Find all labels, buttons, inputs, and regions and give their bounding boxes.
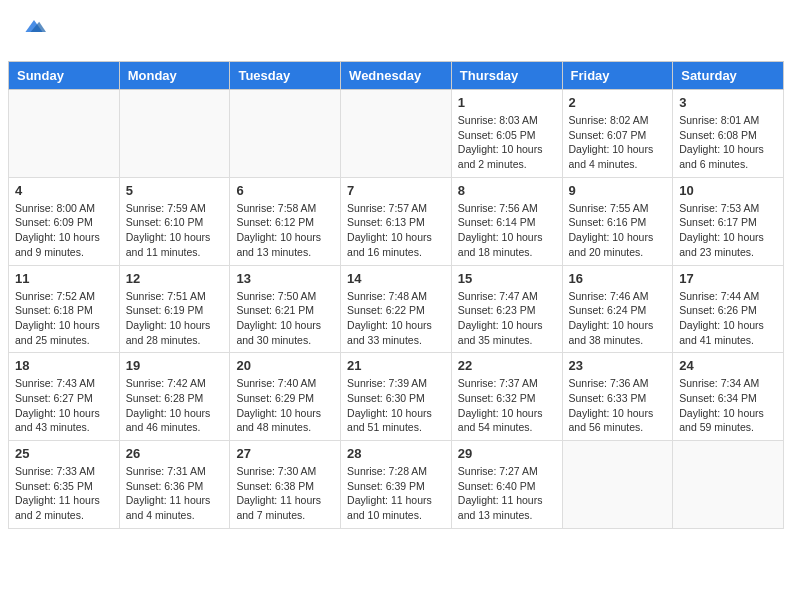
table-row [119,90,230,178]
table-row: 19Sunrise: 7:42 AM Sunset: 6:28 PM Dayli… [119,353,230,441]
day-number: 25 [15,446,113,461]
day-info: Sunrise: 7:27 AM Sunset: 6:40 PM Dayligh… [458,464,556,523]
table-row: 14Sunrise: 7:48 AM Sunset: 6:22 PM Dayli… [341,265,452,353]
day-number: 2 [569,95,667,110]
day-info: Sunrise: 7:34 AM Sunset: 6:34 PM Dayligh… [679,376,777,435]
day-number: 26 [126,446,224,461]
col-header-saturday: Saturday [673,62,784,90]
day-info: Sunrise: 7:57 AM Sunset: 6:13 PM Dayligh… [347,201,445,260]
table-row: 9Sunrise: 7:55 AM Sunset: 6:16 PM Daylig… [562,177,673,265]
day-info: Sunrise: 7:39 AM Sunset: 6:30 PM Dayligh… [347,376,445,435]
day-info: Sunrise: 7:40 AM Sunset: 6:29 PM Dayligh… [236,376,334,435]
day-number: 18 [15,358,113,373]
day-number: 14 [347,271,445,286]
day-number: 22 [458,358,556,373]
table-row: 15Sunrise: 7:47 AM Sunset: 6:23 PM Dayli… [451,265,562,353]
col-header-wednesday: Wednesday [341,62,452,90]
day-number: 4 [15,183,113,198]
day-number: 11 [15,271,113,286]
table-row: 18Sunrise: 7:43 AM Sunset: 6:27 PM Dayli… [9,353,120,441]
col-header-sunday: Sunday [9,62,120,90]
table-row [9,90,120,178]
day-info: Sunrise: 7:56 AM Sunset: 6:14 PM Dayligh… [458,201,556,260]
table-row: 29Sunrise: 7:27 AM Sunset: 6:40 PM Dayli… [451,441,562,529]
day-number: 27 [236,446,334,461]
day-number: 24 [679,358,777,373]
calendar: SundayMondayTuesdayWednesdayThursdayFrid… [8,61,784,529]
day-info: Sunrise: 7:55 AM Sunset: 6:16 PM Dayligh… [569,201,667,260]
table-row: 24Sunrise: 7:34 AM Sunset: 6:34 PM Dayli… [673,353,784,441]
table-row: 25Sunrise: 7:33 AM Sunset: 6:35 PM Dayli… [9,441,120,529]
day-number: 16 [569,271,667,286]
table-row: 22Sunrise: 7:37 AM Sunset: 6:32 PM Dayli… [451,353,562,441]
day-number: 23 [569,358,667,373]
table-row: 11Sunrise: 7:52 AM Sunset: 6:18 PM Dayli… [9,265,120,353]
day-number: 9 [569,183,667,198]
day-info: Sunrise: 7:50 AM Sunset: 6:21 PM Dayligh… [236,289,334,348]
col-header-tuesday: Tuesday [230,62,341,90]
day-number: 12 [126,271,224,286]
table-row: 1Sunrise: 8:03 AM Sunset: 6:05 PM Daylig… [451,90,562,178]
day-info: Sunrise: 7:42 AM Sunset: 6:28 PM Dayligh… [126,376,224,435]
day-info: Sunrise: 8:02 AM Sunset: 6:07 PM Dayligh… [569,113,667,172]
day-number: 19 [126,358,224,373]
day-info: Sunrise: 8:03 AM Sunset: 6:05 PM Dayligh… [458,113,556,172]
day-info: Sunrise: 7:58 AM Sunset: 6:12 PM Dayligh… [236,201,334,260]
day-number: 6 [236,183,334,198]
table-row [673,441,784,529]
table-row: 26Sunrise: 7:31 AM Sunset: 6:36 PM Dayli… [119,441,230,529]
day-info: Sunrise: 7:47 AM Sunset: 6:23 PM Dayligh… [458,289,556,348]
table-row: 13Sunrise: 7:50 AM Sunset: 6:21 PM Dayli… [230,265,341,353]
table-row: 8Sunrise: 7:56 AM Sunset: 6:14 PM Daylig… [451,177,562,265]
table-row: 12Sunrise: 7:51 AM Sunset: 6:19 PM Dayli… [119,265,230,353]
table-row: 6Sunrise: 7:58 AM Sunset: 6:12 PM Daylig… [230,177,341,265]
table-row [341,90,452,178]
day-info: Sunrise: 7:30 AM Sunset: 6:38 PM Dayligh… [236,464,334,523]
logo [20,16,46,57]
day-number: 7 [347,183,445,198]
day-info: Sunrise: 7:51 AM Sunset: 6:19 PM Dayligh… [126,289,224,348]
day-info: Sunrise: 7:48 AM Sunset: 6:22 PM Dayligh… [347,289,445,348]
col-header-thursday: Thursday [451,62,562,90]
table-row: 2Sunrise: 8:02 AM Sunset: 6:07 PM Daylig… [562,90,673,178]
table-row: 20Sunrise: 7:40 AM Sunset: 6:29 PM Dayli… [230,353,341,441]
day-info: Sunrise: 7:52 AM Sunset: 6:18 PM Dayligh… [15,289,113,348]
day-info: Sunrise: 7:37 AM Sunset: 6:32 PM Dayligh… [458,376,556,435]
table-row: 27Sunrise: 7:30 AM Sunset: 6:38 PM Dayli… [230,441,341,529]
day-info: Sunrise: 8:00 AM Sunset: 6:09 PM Dayligh… [15,201,113,260]
day-info: Sunrise: 7:28 AM Sunset: 6:39 PM Dayligh… [347,464,445,523]
table-row: 17Sunrise: 7:44 AM Sunset: 6:26 PM Dayli… [673,265,784,353]
day-number: 5 [126,183,224,198]
day-number: 13 [236,271,334,286]
table-row: 7Sunrise: 7:57 AM Sunset: 6:13 PM Daylig… [341,177,452,265]
day-number: 28 [347,446,445,461]
day-info: Sunrise: 7:36 AM Sunset: 6:33 PM Dayligh… [569,376,667,435]
table-row: 4Sunrise: 8:00 AM Sunset: 6:09 PM Daylig… [9,177,120,265]
day-info: Sunrise: 7:59 AM Sunset: 6:10 PM Dayligh… [126,201,224,260]
day-info: Sunrise: 7:44 AM Sunset: 6:26 PM Dayligh… [679,289,777,348]
table-row: 3Sunrise: 8:01 AM Sunset: 6:08 PM Daylig… [673,90,784,178]
day-number: 21 [347,358,445,373]
col-header-friday: Friday [562,62,673,90]
table-row: 10Sunrise: 7:53 AM Sunset: 6:17 PM Dayli… [673,177,784,265]
day-number: 17 [679,271,777,286]
day-info: Sunrise: 7:31 AM Sunset: 6:36 PM Dayligh… [126,464,224,523]
day-number: 15 [458,271,556,286]
day-number: 1 [458,95,556,110]
table-row [230,90,341,178]
table-row: 5Sunrise: 7:59 AM Sunset: 6:10 PM Daylig… [119,177,230,265]
day-info: Sunrise: 7:53 AM Sunset: 6:17 PM Dayligh… [679,201,777,260]
day-number: 20 [236,358,334,373]
table-row [562,441,673,529]
table-row: 28Sunrise: 7:28 AM Sunset: 6:39 PM Dayli… [341,441,452,529]
day-number: 10 [679,183,777,198]
day-number: 29 [458,446,556,461]
table-row: 23Sunrise: 7:36 AM Sunset: 6:33 PM Dayli… [562,353,673,441]
table-row: 21Sunrise: 7:39 AM Sunset: 6:30 PM Dayli… [341,353,452,441]
day-info: Sunrise: 7:43 AM Sunset: 6:27 PM Dayligh… [15,376,113,435]
table-row: 16Sunrise: 7:46 AM Sunset: 6:24 PM Dayli… [562,265,673,353]
day-info: Sunrise: 7:46 AM Sunset: 6:24 PM Dayligh… [569,289,667,348]
day-info: Sunrise: 7:33 AM Sunset: 6:35 PM Dayligh… [15,464,113,523]
day-number: 8 [458,183,556,198]
day-number: 3 [679,95,777,110]
